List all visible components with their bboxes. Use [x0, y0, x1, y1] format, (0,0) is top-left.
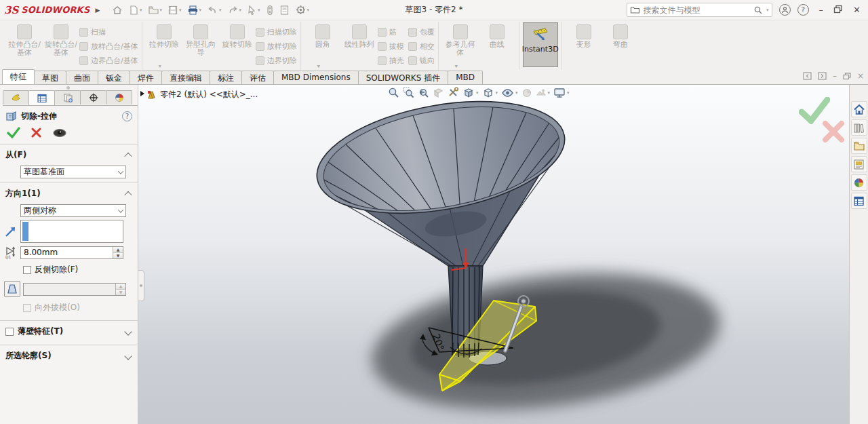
selected-contours-section-header[interactable]: 所选轮廓(S) [0, 345, 138, 365]
intersect-button[interactable]: 相交 [408, 39, 435, 54]
hole-wizard-flyout-caret[interactable]: ▾ [159, 63, 161, 69]
open-button[interactable]: ▾ [146, 3, 165, 17]
extrude-boss-button[interactable]: 拉伸凸台/基体 [6, 22, 43, 58]
swept-cut-button[interactable]: 扫描切除 [256, 25, 297, 39]
graphics-viewport[interactable]: 20° 零件2 (默认) <<默认>_... [138, 85, 849, 424]
new-document-button[interactable]: ▾ [126, 3, 144, 17]
file-explorer-button[interactable] [851, 138, 867, 154]
pane-collapse-right-icon[interactable] [818, 72, 827, 80]
redo-button[interactable]: ▾ [225, 3, 244, 17]
appearances-button[interactable] [851, 174, 867, 191]
tab-solidworks-addins[interactable]: SOLIDWORKS 插件 [358, 71, 448, 84]
confirmation-cancel-button[interactable] [822, 120, 845, 143]
lofted-cut-button[interactable]: 放样切除 [256, 39, 297, 54]
boundary-cut-button[interactable]: 边界切除 [256, 54, 297, 68]
shell-button[interactable]: 抽壳 [378, 54, 404, 68]
panel-splitter-dot[interactable] [66, 86, 70, 90]
view-settings-button[interactable]: ▾ [553, 88, 570, 98]
draft-toggle-button[interactable] [4, 281, 20, 297]
deform-button[interactable]: 变形 [566, 22, 602, 49]
flip-side-checkbox[interactable] [23, 266, 31, 274]
depth-value[interactable]: 8.00mm [21, 248, 113, 257]
preview-eye-button[interactable] [52, 128, 67, 138]
spin-down-icon[interactable]: ▼ [113, 253, 123, 258]
previous-view-button[interactable] [418, 87, 429, 98]
ok-button[interactable] [7, 127, 20, 138]
thin-feature-section-header[interactable]: 薄壁特征(T) [0, 321, 138, 341]
doc-restore-button[interactable] [843, 73, 851, 80]
tab-sketch[interactable]: 草图 [34, 71, 66, 84]
select-button[interactable]: ▾ [245, 3, 262, 17]
apply-scene-button[interactable]: ▾ [536, 88, 551, 98]
tab-weldments[interactable]: 焊件 [130, 71, 162, 84]
flex-button[interactable]: 弯曲 [602, 22, 639, 49]
view-palette-button[interactable] [851, 156, 867, 172]
direction-reference-box[interactable] [20, 220, 123, 243]
wrap-button[interactable]: 包覆 [408, 25, 435, 39]
home-button[interactable] [110, 3, 125, 17]
doc-minimize-button[interactable]: – [833, 71, 837, 81]
depth-spinbox[interactable]: 8.00mm ▲▼ [20, 246, 123, 259]
tab-annotations[interactable]: 标注 [210, 71, 242, 84]
undo-button[interactable]: ▾ [205, 3, 224, 17]
tab-evaluate[interactable]: 评估 [241, 71, 274, 84]
help-icon[interactable]: ? [122, 111, 132, 121]
instant3d-toggle-button[interactable]: Instant3D [523, 22, 558, 67]
direction1-section-header[interactable]: 方向1(1) [0, 183, 138, 203]
design-library-button[interactable] [851, 119, 867, 136]
hole-wizard-button[interactable]: 异型孔向导 ▾ [182, 22, 219, 58]
end-condition-dropdown[interactable]: 两侧对称 [20, 204, 126, 217]
file-properties-button[interactable] [277, 3, 292, 17]
feature-tree-flyout-arrow[interactable] [140, 91, 144, 96]
property-manager-tab[interactable] [28, 90, 55, 105]
custom-properties-button[interactable] [851, 193, 867, 209]
display-style-button[interactable]: ▾ [482, 87, 498, 98]
cancel-button[interactable] [31, 128, 41, 138]
help-button[interactable]: ? [797, 4, 809, 16]
print-button[interactable]: ▾ [185, 3, 204, 17]
lofted-boss-button[interactable]: 放样凸台/基体 [79, 39, 138, 54]
revolved-cut-button[interactable]: 旋转切除 [219, 22, 256, 49]
dimxpert-manager-tab[interactable] [80, 90, 106, 104]
curves-button[interactable]: 曲线 ▾ [479, 22, 515, 49]
extruded-cut-button[interactable]: 拉伸切除 [146, 22, 182, 49]
tab-direct-editing[interactable]: 直接编辑 [161, 71, 210, 84]
search-box[interactable]: ▾ [627, 3, 772, 17]
reference-geometry-button[interactable]: 参考几何体 ▾ [442, 22, 479, 58]
thin-feature-checkbox[interactable] [5, 328, 14, 336]
revolve-boss-button[interactable]: 旋转凸台/基体 [43, 22, 79, 58]
from-section-header[interactable]: 从(F) [0, 144, 138, 164]
mirror-button[interactable]: 镜向 [408, 54, 435, 68]
boundary-boss-button[interactable]: 边界凸台/基体 [79, 54, 138, 68]
flip-side-checkbox-row[interactable]: 反侧切除(F) [23, 264, 138, 275]
from-dropdown[interactable]: 草图基准面 [20, 166, 126, 178]
draft-button[interactable]: 拔模 [378, 39, 404, 54]
search-input[interactable] [644, 5, 750, 15]
pane-collapse-left-icon[interactable] [803, 72, 812, 80]
home-tab-button[interactable] [851, 101, 867, 117]
feature-manager-tab[interactable] [3, 90, 29, 104]
search-icon[interactable] [753, 5, 763, 15]
depth-spinner[interactable]: ▲▼ [113, 247, 123, 258]
search-options-caret[interactable]: ▾ [766, 7, 769, 13]
hide-show-items-button[interactable]: ▾ [501, 88, 518, 98]
swept-boss-button[interactable]: 扫描 [79, 25, 138, 39]
viewport-breadcrumb[interactable]: 零件2 (默认) <<默认>_... [146, 89, 258, 100]
view-tools-button[interactable] [448, 87, 459, 98]
menu-expand-arrow-icon[interactable]: ▶ [95, 7, 100, 14]
fillet-button[interactable]: 圆角 ▾ [304, 22, 341, 49]
window-minimize-button[interactable]: – [816, 5, 827, 15]
spin-up-icon[interactable]: ▲ [113, 247, 123, 253]
reverse-direction-icon[interactable] [4, 225, 18, 238]
save-button[interactable]: ▾ [165, 3, 184, 17]
tab-mbd[interactable]: MBD [448, 71, 483, 84]
tab-features[interactable]: 特征 [2, 69, 35, 84]
zoom-to-area-button[interactable] [403, 87, 414, 98]
tab-sheet-metal[interactable]: 钣金 [98, 71, 130, 84]
rebuild-button[interactable] [264, 3, 276, 17]
doc-close-button[interactable]: × [857, 71, 864, 81]
display-manager-tab[interactable] [106, 90, 132, 104]
window-close-button[interactable]: ✕ [850, 5, 864, 15]
section-view-button[interactable] [433, 87, 444, 98]
linear-pattern-flyout-caret[interactable]: ▾ [317, 63, 320, 69]
